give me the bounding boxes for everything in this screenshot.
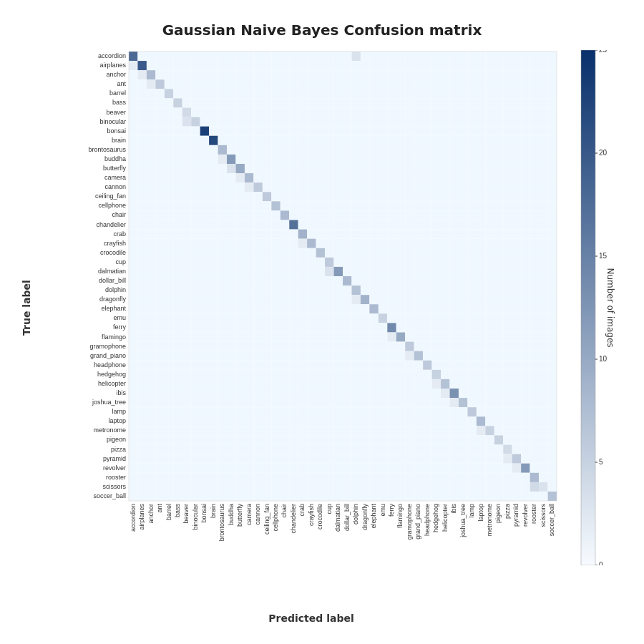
y-axis-label: True label xyxy=(20,50,33,565)
colorbar-label: Number of images xyxy=(602,50,618,565)
x-axis-label: Predicted label xyxy=(64,613,558,624)
chart-container: Gaussian Naive Bayes Confusion matrix Tr… xyxy=(14,14,630,630)
confusion-matrix-canvas xyxy=(64,50,558,565)
chart-title: Gaussian Naive Bayes Confusion matrix xyxy=(14,14,630,42)
chart-area xyxy=(64,50,558,565)
colorbar-area: Number of images xyxy=(577,50,617,565)
